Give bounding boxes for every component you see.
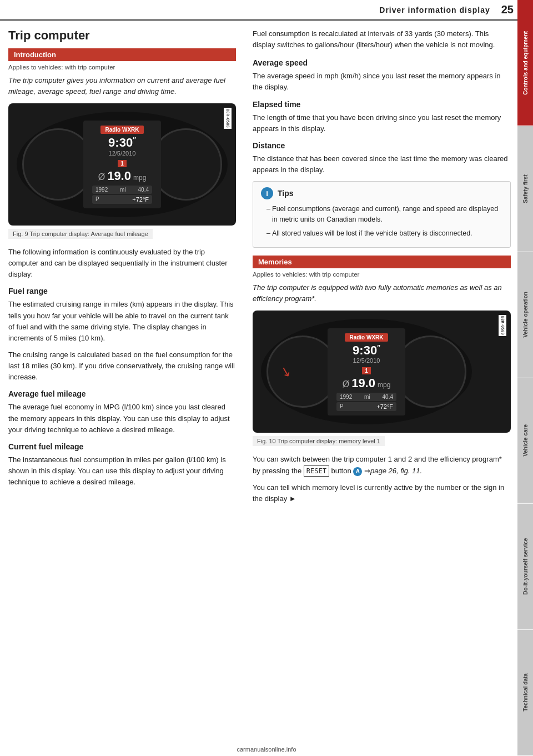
body-text-5: The instantaneous fuel consumption in mi…	[8, 454, 236, 488]
tip-item-1: Fuel consumptions (average and current),…	[266, 204, 502, 225]
mpg-unit-2: mpg	[378, 381, 390, 389]
sidebar-tab-vehicle-care[interactable]: Vehicle care	[517, 378, 533, 504]
fuel-consumption-text: Fuel consumption is recalculated at inte…	[253, 28, 511, 51]
needle-arrow: ↘	[279, 363, 294, 380]
mpg-row-1: Ø 19.0 mpg	[92, 169, 152, 183]
sidebar-tab-diy[interactable]: Do-it-your­self ser­vice	[517, 504, 533, 630]
mpg-value-2: 19.0	[351, 376, 375, 390]
switch-text: You can switch between the trip computer…	[253, 454, 511, 477]
avg-speed-text: The average speed in mph (km/h) since yo…	[253, 71, 511, 93]
sidebar-tab-safety[interactable]: Safety first	[517, 126, 533, 252]
page-header: Driver information display 25	[0, 0, 533, 21]
barcode1: B8R-0508	[224, 108, 232, 129]
main-content: Trip computer Introduction Applies to ve…	[0, 28, 516, 510]
mpg-value-1: 19.0	[107, 169, 131, 183]
body-text-3: The cruising range is calculated based o…	[8, 349, 236, 383]
time-display-2: 9:30″	[336, 344, 396, 357]
applies-text-left: Applies to vehicles: with trip computer	[8, 64, 236, 71]
circle-a: A	[353, 467, 362, 476]
badge-1: 1	[118, 160, 127, 167]
body-text-4: The average fuel economy in MPG (l/100 k…	[8, 402, 236, 435]
time-display-1: 9:30″	[92, 136, 152, 149]
heading-current-fuel: Current fuel mileage	[8, 442, 236, 451]
intro-banner: Introduction	[8, 48, 236, 61]
memory-level-text: You can tell which memory level is curre…	[253, 482, 511, 504]
heading-fuel-range: Fuel range	[8, 287, 236, 296]
instrument-cluster-2: ↘ Radio WXRK 9:30″ 12/5/2010 1 Ø 19.0 mp…	[261, 319, 472, 424]
date-display-1: 12/5/2010	[92, 150, 152, 157]
tips-header: i Tips	[261, 187, 502, 199]
bottom-row-1b: P +72°F	[92, 195, 152, 204]
distance-text: The distance that has been covered since…	[253, 153, 511, 176]
center-display-1: Radio WXRK 9:30″ 12/5/2010 1 Ø 19.0 mpg …	[83, 121, 161, 208]
center-display-2: Radio WXRK 9:30″ 12/5/2010 1 Ø 19.0 mpg …	[328, 328, 405, 415]
body-text-2: The estimated cruising range in miles (k…	[8, 299, 236, 344]
figure1-dashboard: B8R-0508 Radio WXRK 9:30″ 12/5/2010 1 Ø …	[8, 103, 236, 226]
info-icon: i	[261, 187, 273, 199]
elapsed-heading: Elapsed time	[253, 100, 511, 109]
bottom-row-1: 1992 mi 40.4	[92, 186, 152, 194]
tips-title: Tips	[278, 189, 294, 198]
tips-list: Fuel consumptions (average and current),…	[261, 204, 502, 238]
barcode2: B8R-0509	[499, 315, 506, 336]
left-column: Trip computer Introduction Applies to ve…	[8, 28, 247, 510]
tips-box: i Tips Fuel consumptions (average and cu…	[253, 181, 511, 248]
badge-2: 1	[362, 367, 371, 374]
avg-speed-heading: Average speed	[253, 58, 511, 67]
mpg-unit-1: mpg	[133, 174, 146, 182]
radio-label-2: Radio WXRK	[345, 333, 388, 342]
switch-text-2: button	[331, 467, 351, 475]
bottom-row-2b: P +72°F	[336, 402, 396, 411]
body-text-1: The following information is continuousl…	[8, 247, 236, 280]
footer: carmanualsonline.info	[237, 746, 296, 753]
figure2-dashboard: B8R-0509 ↘ Radio WXRK 9:30″ 12/5/2010 1 …	[253, 311, 511, 433]
sidebar-tab-controls[interactable]: Controls and equip­ment	[517, 0, 533, 126]
elapsed-text: The length of time that you have been dr…	[253, 112, 511, 134]
memories-italic: The trip computer is equipped with two f…	[253, 282, 511, 304]
applies-text-right: Applies to vehicles: with trip computer	[253, 271, 511, 278]
arrow-symbol: ⇒	[364, 467, 370, 475]
website: carmanualsonline.info	[237, 746, 296, 753]
reset-key: RESET	[304, 465, 329, 477]
header-title: Driver information display	[379, 6, 490, 14]
sidebar: Controls and equip­ment Safety first Veh…	[517, 0, 533, 756]
intro-italic-text: The trip computer gives you information …	[8, 75, 236, 97]
fig1-caption: Fig. 9 Trip computer display: Average fu…	[8, 229, 153, 239]
page-ref: page 26, fig. 11.	[370, 467, 422, 475]
section-title: Trip computer	[8, 28, 236, 43]
page-number: 25	[501, 3, 514, 16]
date-display-2: 12/5/2010	[336, 357, 396, 364]
bottom-row-2: 1992 mi 40.4	[336, 393, 396, 401]
temp-1: +72°F	[132, 196, 149, 203]
mpg-symbol-2: Ø	[343, 379, 349, 389]
tip-item-2: All stored values will be lost if the ve…	[266, 228, 502, 239]
sidebar-tab-technical[interactable]: Technical data	[517, 630, 533, 756]
mpg-row-2: Ø 19.0 mpg	[336, 376, 396, 390]
distance-heading: Distance	[253, 141, 511, 150]
memories-banner: Memories	[253, 256, 511, 268]
temp-2: +72°F	[376, 403, 393, 410]
instrument-cluster-1: Radio WXRK 9:30″ 12/5/2010 1 Ø 19.0 mpg …	[17, 112, 228, 217]
mpg-symbol-1: Ø	[98, 172, 105, 182]
radio-label-1: Radio WXRK	[100, 126, 143, 134]
heading-avg-fuel: Average fuel mileage	[8, 389, 236, 398]
sidebar-tab-vehicle-op[interactable]: Vehicle operation	[517, 252, 533, 378]
right-column: Fuel consumption is recalculated at inte…	[247, 28, 511, 510]
fig2-caption: Fig. 10 Trip computer display: memory le…	[253, 436, 385, 446]
